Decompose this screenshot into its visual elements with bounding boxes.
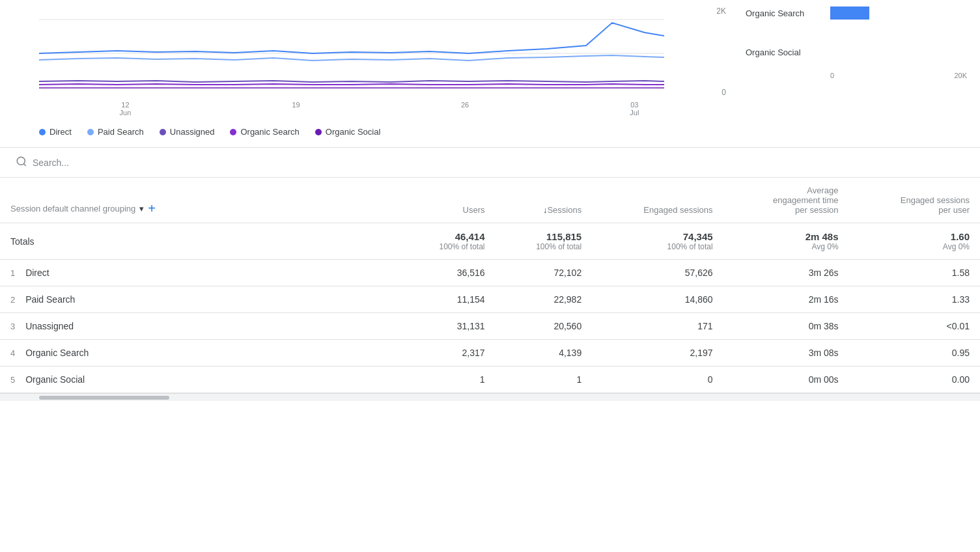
legend-organic-search: Organic Search xyxy=(230,127,299,137)
row-dimension-1: 2 Paid Search xyxy=(0,286,399,313)
add-column-button[interactable]: + xyxy=(148,202,156,215)
row-users-2: 31,131 xyxy=(399,313,496,340)
right-legend-organic-search: Organic Search xyxy=(746,7,967,20)
legend-dot-unassigned xyxy=(160,129,166,135)
row-users-3: 2,317 xyxy=(399,340,496,366)
table-header-row: Session default channel grouping ▾ + Use… xyxy=(0,178,980,223)
row-label-2: Unassigned xyxy=(25,321,74,331)
avg-engagement-column-header: Averageengagement timeper session xyxy=(723,178,849,223)
totals-engaged-sessions: 74,345 100% of total xyxy=(592,223,723,260)
engaged-sessions-column-header: Engaged sessions xyxy=(592,178,723,223)
chart-and-right: 2K 0 xyxy=(0,0,980,117)
svg-point-3 xyxy=(17,157,25,165)
scrollbar-thumb[interactable] xyxy=(39,396,169,400)
line-chart-svg xyxy=(39,7,677,101)
row-sessions-2: 20,560 xyxy=(496,313,593,340)
row-sessions-4: 1 xyxy=(496,366,593,393)
x-label-03jul: 03Jul xyxy=(630,101,639,117)
row-num-2: 3 xyxy=(10,322,15,331)
row-num-1: 2 xyxy=(10,295,15,305)
search-bar xyxy=(0,148,980,178)
row-label-3: Organic Search xyxy=(25,348,89,358)
totals-avg-engagement: 2m 48s Avg 0% xyxy=(723,223,849,260)
legend-label-unassigned: Unassigned xyxy=(170,127,215,137)
row-avg-engagement-2: 0m 38s xyxy=(723,313,849,340)
row-engaged-per-user-0: 1.58 xyxy=(849,260,980,286)
row-sessions-1: 22,982 xyxy=(496,286,593,313)
row-engaged-per-user-2: <0.01 xyxy=(849,313,980,340)
chart-container: 2K 0 xyxy=(39,7,733,117)
row-engaged-sessions-1: 14,860 xyxy=(592,286,723,313)
row-engaged-sessions-3: 2,197 xyxy=(592,340,723,366)
row-label-4: Organic Social xyxy=(25,374,85,385)
row-engaged-per-user-4: 0.00 xyxy=(849,366,980,393)
legend-dot-direct xyxy=(39,129,46,135)
legend-dot-organic-search xyxy=(230,129,236,135)
totals-engaged-per-user: 1.60 Avg 0% xyxy=(849,223,980,260)
totals-label: Totals xyxy=(0,223,399,260)
right-axis-left: 0 xyxy=(830,72,834,79)
totals-users-value: 46,414 xyxy=(409,231,485,242)
x-label-12jun: 12Jun xyxy=(120,101,132,117)
row-num-0: 1 xyxy=(10,268,15,278)
totals-avg-engagement-value: 2m 48s xyxy=(734,231,839,242)
engaged-per-user-column-header: Engaged sessionsper user xyxy=(849,178,980,223)
right-legend-organic-social: Organic Social xyxy=(746,46,967,59)
legend-dot-paid-search xyxy=(87,129,94,135)
y-axis-bottom: 0 xyxy=(721,88,726,97)
y-axis-top: 2K xyxy=(716,7,726,16)
sort-down-icon: ↓ xyxy=(543,205,548,215)
table-row: 5 Organic Social 1 1 0 0m 00s 0.00 xyxy=(0,366,980,393)
totals-text: Totals xyxy=(10,236,35,247)
row-engaged-sessions-2: 171 xyxy=(592,313,723,340)
row-dimension-4: 5 Organic Social xyxy=(0,366,399,393)
dimension-header-label: Session default channel grouping xyxy=(10,204,135,214)
totals-engaged-sessions-pct: 100% of total xyxy=(602,242,712,251)
table-row: 4 Organic Search 2,317 4,139 2,197 3m 08… xyxy=(0,340,980,366)
sessions-column-header[interactable]: ↓Sessions xyxy=(496,178,593,223)
svg-line-4 xyxy=(23,163,25,165)
totals-engaged-per-user-value: 1.60 xyxy=(860,231,970,242)
dimension-column-header: Session default channel grouping ▾ + xyxy=(0,178,399,223)
table-section: Session default channel grouping ▾ + Use… xyxy=(0,148,980,401)
page-wrapper: 2K 0 xyxy=(0,0,980,552)
search-input[interactable] xyxy=(33,158,241,168)
scrollbar-row[interactable] xyxy=(0,393,980,401)
legend-row: Direct Paid Search Unassigned Organic Se… xyxy=(0,117,980,148)
row-num-3: 4 xyxy=(10,348,15,358)
legend-dot-organic-social xyxy=(315,129,322,135)
table-row: 2 Paid Search 11,154 22,982 14,860 2m 16… xyxy=(0,286,980,313)
table-row: 1 Direct 36,516 72,102 57,626 3m 26s 1.5… xyxy=(0,260,980,286)
totals-sessions: 115,815 100% of total xyxy=(496,223,593,260)
totals-sessions-value: 115,815 xyxy=(506,231,582,242)
row-avg-engagement-1: 2m 16s xyxy=(723,286,849,313)
table-row: 3 Unassigned 31,131 20,560 171 0m 38s <0… xyxy=(0,313,980,340)
row-avg-engagement-3: 3m 08s xyxy=(723,340,849,366)
row-num-4: 5 xyxy=(10,375,15,385)
row-dimension-0: 1 Direct xyxy=(0,260,399,286)
right-bar-organic-search xyxy=(830,7,869,20)
x-axis-labels: 12Jun 19 26 03Jul xyxy=(39,101,733,117)
row-label-0: Direct xyxy=(25,268,49,278)
row-label-1: Paid Search xyxy=(25,294,75,305)
row-users-0: 36,516 xyxy=(399,260,496,286)
dimension-dropdown-icon[interactable]: ▾ xyxy=(139,204,144,214)
legend-direct: Direct xyxy=(39,127,72,137)
row-avg-engagement-0: 3m 26s xyxy=(723,260,849,286)
totals-avg-engagement-sub: Avg 0% xyxy=(734,242,839,251)
users-column-header: Users xyxy=(399,178,496,223)
totals-users: 46,414 100% of total xyxy=(399,223,496,260)
data-table: Session default channel grouping ▾ + Use… xyxy=(0,178,980,393)
right-axis-right: 20K xyxy=(954,72,967,79)
legend-organic-social: Organic Social xyxy=(315,127,381,137)
legend-label-organic-search: Organic Search xyxy=(240,127,299,137)
totals-engaged-sessions-value: 74,345 xyxy=(602,231,712,242)
row-users-4: 1 xyxy=(399,366,496,393)
row-dimension-3: 4 Organic Search xyxy=(0,340,399,366)
totals-row: Totals 46,414 100% of total 115,815 100%… xyxy=(0,223,980,260)
right-legend-organic-search-label: Organic Search xyxy=(746,8,824,18)
row-engaged-per-user-3: 0.95 xyxy=(849,340,980,366)
legend-label-paid-search: Paid Search xyxy=(98,127,144,137)
search-icon xyxy=(16,156,27,169)
main-chart-area: 2K 0 xyxy=(0,0,733,117)
